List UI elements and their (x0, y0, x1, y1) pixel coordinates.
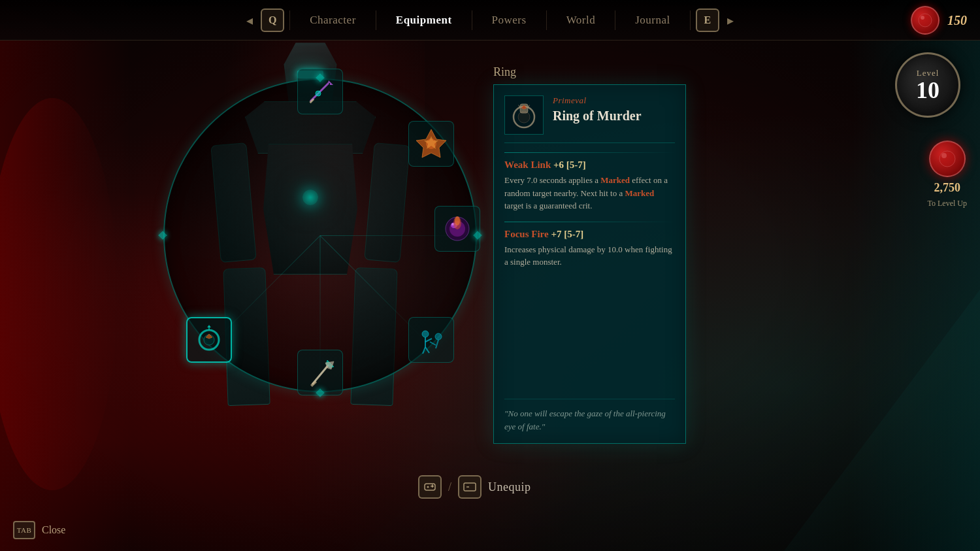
nav-sep-6 (690, 10, 691, 30)
svg-line-19 (425, 339, 432, 342)
item-header: Primeval Ring of Murder (504, 95, 675, 143)
weak-link-desc: Every 7.0 seconds applies a Marked effec… (504, 174, 675, 212)
tab-character[interactable]: Character (290, 14, 376, 27)
weak-link-label: Weak Link (504, 159, 553, 170)
skill-icon (414, 322, 449, 358)
focus-fire-desc: Increases physical damage by 10.0 when f… (504, 243, 675, 269)
slot-bottom-right[interactable] (405, 314, 457, 366)
ring-icon (506, 97, 542, 133)
svg-rect-40 (425, 484, 435, 490)
wheel-container (163, 78, 477, 392)
svg-point-16 (455, 216, 460, 225)
nav-items: ◂ Q Character Equipment Powers World Jou… (244, 8, 736, 32)
tab-journal[interactable]: Journal (615, 14, 690, 27)
svg-line-20 (423, 347, 425, 354)
action-bar: / Unequip (418, 475, 531, 499)
marked-text-2: Marked (625, 188, 654, 198)
slot-item-ring (186, 317, 232, 363)
levelup-count: 2,750 (934, 181, 961, 195)
item-icon (504, 95, 544, 135)
svg-line-21 (425, 347, 429, 353)
focus-fire-bonus: +7 [5-7] (551, 229, 583, 239)
slot-top-right[interactable] (405, 118, 457, 170)
nav-right: 150 (911, 0, 967, 41)
svg-point-41 (427, 486, 429, 488)
svg-point-17 (422, 331, 429, 337)
action-separator: / (448, 480, 451, 494)
divider-2 (504, 222, 675, 222)
focus-fire-label: Focus Fire (504, 229, 551, 239)
svg-point-3 (941, 153, 947, 158)
svg-marker-33 (207, 325, 211, 327)
close-key[interactable]: TAB (13, 521, 35, 539)
ring-slot-icon (191, 322, 227, 358)
close-label[interactable]: Close (42, 524, 65, 536)
svg-rect-44 (464, 483, 476, 491)
nav-e-key[interactable]: E (696, 8, 719, 32)
svg-marker-5 (328, 80, 333, 85)
svg-marker-31 (206, 334, 212, 339)
unequip-label[interactable]: Unequip (488, 480, 531, 494)
soul-count: 150 (947, 13, 967, 28)
action-icon-key (458, 475, 482, 499)
nav-right-arrow[interactable]: ▸ (727, 12, 734, 28)
slot-label: Ring (493, 65, 686, 79)
level-number: 10 (916, 78, 939, 102)
action-icon-gamepad (418, 475, 442, 499)
nav-q-key[interactable]: Q (261, 8, 284, 32)
close-bar: TAB Close (13, 521, 65, 539)
equipment-area (131, 46, 510, 503)
stat-focus-fire: Focus Fire +7 [5-7] Increases physical d… (504, 229, 675, 269)
stat-focus-fire-name: Focus Fire +7 [5-7] (504, 229, 675, 240)
amulet-icon (414, 126, 449, 162)
slot-item-skill (408, 317, 454, 363)
levelup-orb (929, 141, 966, 177)
stat-weak-link-name: Weak Link +6 [5-7] (504, 159, 675, 171)
svg-point-22 (435, 333, 442, 340)
tab-world[interactable]: World (547, 14, 615, 27)
slot-right[interactable] (431, 203, 483, 255)
svg-line-24 (430, 342, 436, 345)
svg-point-1 (921, 16, 924, 20)
marked-text-1: Marked (600, 175, 630, 185)
stat-weak-link: Weak Link +6 [5-7] Every 7.0 seconds app… (504, 159, 675, 212)
slot-ring[interactable] (183, 314, 235, 366)
svg-line-23 (436, 340, 438, 348)
levelup-section: 2,750 To Level Up (928, 141, 967, 209)
slot-item-amulet (408, 121, 454, 167)
tab-powers[interactable]: Powers (472, 14, 546, 27)
soul-icon (916, 11, 934, 29)
item-flavor: "No one will escape the gaze of the all-… (504, 399, 675, 433)
svg-point-2 (939, 151, 955, 167)
svg-rect-43 (432, 484, 433, 488)
nav-bar: ◂ Q Character Equipment Powers World Jou… (0, 0, 980, 41)
sword-icon (302, 355, 338, 391)
levelup-soul-icon (937, 148, 958, 169)
item-panel: Ring Primeval Ring of Murder (493, 65, 686, 444)
divider-1 (504, 152, 675, 153)
nav-left-arrow[interactable]: ◂ (246, 12, 253, 28)
item-title-block: Primeval Ring of Murder (553, 95, 675, 124)
nav-q-label: Q (269, 14, 276, 26)
item-tier: Primeval (553, 95, 675, 106)
levelup-label: To Level Up (928, 199, 967, 209)
item-card: Primeval Ring of Murder Weak Link +6 [5-… (493, 84, 686, 444)
gamepad-icon (423, 480, 437, 494)
slot-item-gem (434, 206, 480, 252)
soul-orb (911, 6, 939, 35)
keyboard-key-icon (463, 480, 477, 494)
weak-link-bonus: +6 [5-7] (553, 159, 586, 170)
svg-point-7 (316, 91, 321, 96)
item-name: Ring of Murder (553, 108, 675, 124)
level-badge: Level 10 (895, 52, 960, 118)
nav-e-label: E (704, 14, 711, 26)
close-key-label: TAB (17, 526, 32, 534)
tab-equipment[interactable]: Equipment (376, 14, 472, 27)
gem-icon (440, 211, 476, 247)
svg-point-0 (919, 14, 932, 27)
